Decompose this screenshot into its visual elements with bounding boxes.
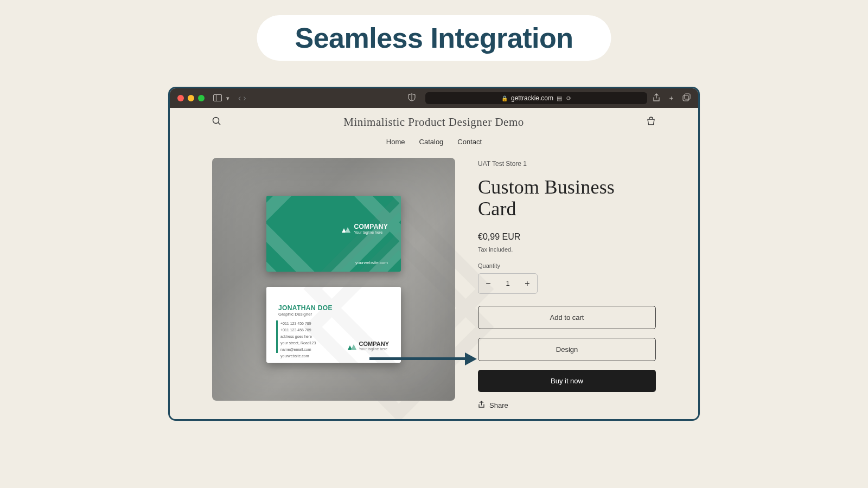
design-button[interactable]: Design	[478, 338, 656, 361]
business-card-back: JONATHAN DOE Graphic Designer +011 123 4…	[266, 287, 401, 363]
nav-catalog[interactable]: Catalog	[419, 138, 444, 146]
vendor-name: UAT Test Store 1	[478, 160, 656, 168]
close-window-icon[interactable]	[177, 95, 184, 101]
url-bar[interactable]: 🔒 gettrackie.com ▤ ⟳	[425, 92, 647, 104]
cart-icon[interactable]	[646, 117, 656, 129]
company-name: COMPANY	[359, 341, 389, 347]
product-title: Custom Business Card	[478, 176, 656, 220]
product-details: UAT Test Store 1 Custom Business Card €0…	[478, 158, 656, 410]
svg-line-6	[218, 123, 220, 125]
nav-home[interactable]: Home	[386, 138, 405, 146]
product-image: COMPANY Your tagline here yourwebsite.co…	[212, 158, 455, 401]
store-nav: Home Catalog Contact	[170, 134, 698, 158]
share-toolbar-icon[interactable]	[653, 93, 660, 104]
company-tagline: Your tagline here	[359, 347, 389, 351]
reader-icon[interactable]: ▤	[557, 95, 562, 102]
quantity-label: Quantity	[478, 262, 656, 269]
dropdown-caret-icon[interactable]: ▾	[226, 95, 229, 102]
forward-button-icon[interactable]: ›	[243, 93, 246, 103]
new-tab-icon[interactable]: ＋	[668, 93, 675, 103]
share-arrow-icon	[478, 401, 485, 410]
refresh-icon[interactable]: ⟳	[566, 95, 571, 102]
share-label: Share	[489, 401, 508, 409]
minimize-window-icon[interactable]	[188, 95, 194, 101]
person-name: JONATHAN DOE	[278, 304, 333, 312]
webpage-content: Minimalistic Product Designer Demo Home …	[170, 108, 698, 419]
maximize-window-icon[interactable]	[198, 95, 205, 101]
svg-point-5	[213, 118, 219, 124]
product-layout: COMPANY Your tagline here yourwebsite.co…	[170, 158, 698, 410]
hero-title: Seamless Integration	[295, 22, 573, 54]
traffic-lights	[177, 95, 205, 101]
quantity-value: 1	[498, 279, 518, 287]
contact-info: +011 123 456 789 +011 123 456 789 addres…	[280, 320, 316, 359]
svg-rect-3	[685, 94, 690, 99]
product-price: €0,99 EUR	[478, 232, 656, 242]
tax-note: Tax included.	[478, 246, 656, 253]
svg-rect-0	[214, 94, 222, 101]
store-header: Minimalistic Product Designer Demo	[170, 108, 698, 134]
lock-icon: 🔒	[501, 95, 508, 101]
browser-chrome: ▾ ‹ › 🔒 gettrackie.com ▤ ⟳ ＋	[170, 88, 698, 108]
share-button[interactable]: Share	[478, 401, 656, 410]
url-text: gettrackie.com	[511, 94, 553, 102]
browser-window: ▾ ‹ › 🔒 gettrackie.com ▤ ⟳ ＋	[168, 87, 700, 421]
nav-contact[interactable]: Contact	[457, 138, 482, 146]
store-title: Minimalistic Product Designer Demo	[343, 115, 524, 129]
person-role: Graphic Designer	[278, 312, 312, 317]
svg-rect-4	[683, 95, 688, 101]
privacy-shield-icon[interactable]	[408, 93, 416, 103]
tabs-overview-icon[interactable]	[682, 93, 691, 103]
sidebar-toggle-icon[interactable]	[213, 94, 222, 103]
add-to-cart-button[interactable]: Add to cart	[478, 306, 656, 329]
back-button-icon[interactable]: ‹	[238, 93, 241, 103]
quantity-increase-button[interactable]: +	[518, 274, 537, 293]
search-icon[interactable]	[212, 117, 221, 128]
buy-now-button[interactable]: Buy it now	[478, 370, 656, 392]
company-logo-icon	[348, 342, 356, 350]
hero-banner: Seamless Integration	[257, 15, 611, 61]
company-logo-icon	[342, 225, 350, 233]
